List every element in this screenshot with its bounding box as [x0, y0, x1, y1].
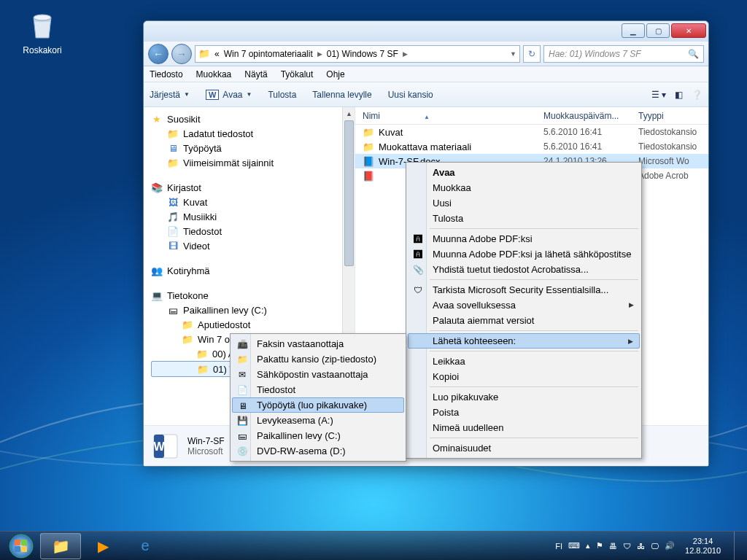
col-modified[interactable]: Muokkauspäiväm... [543, 111, 638, 121]
ctx-item[interactable]: Tulosta [408, 211, 640, 226]
nav-music[interactable]: 🎵Musiikki [151, 209, 355, 224]
toolbar: Järjestä▼ WAvaa▼ Tulosta Tallenna levyll… [144, 82, 708, 107]
ctx-item[interactable]: Muunna Adobe PDF:ksi🅰 [408, 231, 640, 246]
ctx-item[interactable]: Avaa sovelluksessa▶ [408, 298, 640, 313]
tray-flag-icon[interactable]: ⚑ [596, 541, 603, 551]
scroll-thumb[interactable] [344, 120, 354, 266]
nav-aputiedostot[interactable]: 📁Aputiedostot [151, 317, 355, 332]
computer-header[interactable]: 💻Tietokone [151, 288, 355, 303]
menu-tools[interactable]: Työkalut [281, 69, 314, 79]
ctx-item[interactable]: Työpöytä (luo pikakuvake)🖥 [232, 397, 404, 413]
music-icon: 🎵 [167, 211, 179, 222]
breadcrumb-seg1[interactable]: Win 7 opintomateriaalit [224, 49, 313, 59]
tray-lang[interactable]: FI [555, 542, 562, 551]
ctx-item[interactable]: Luo pikakuvake [408, 389, 640, 405]
start-button[interactable] [3, 533, 39, 559]
taskbar-explorer[interactable]: 📁 [40, 533, 81, 559]
nav-videos[interactable]: 🎞Videot [151, 238, 355, 253]
ctx-item[interactable]: Nimeä uudelleen [408, 420, 640, 435]
address-bar[interactable]: 📁 « Win 7 opintomateriaalit ▶ 01) Window… [195, 45, 520, 63]
view-mode-button[interactable]: ☰ ▾ [651, 90, 666, 100]
chevron-right-icon[interactable]: ▶ [403, 50, 408, 58]
ctx-item[interactable]: Pakattu kansio (zip-tiedosto)📁 [232, 351, 404, 367]
ctx-item[interactable]: Leikkaa [408, 354, 640, 369]
back-button[interactable]: ← [148, 44, 169, 64]
maximize-button[interactable]: ▢ [646, 23, 670, 38]
pictures-icon: 🖼 [167, 196, 179, 208]
save-button[interactable]: Tallenna levylle [312, 90, 371, 100]
ctx-item[interactable]: Palauta aiemmat versiot [408, 313, 640, 328]
ctx-item[interactable]: Muokkaa [408, 180, 640, 195]
menu-help[interactable]: Ohje [326, 69, 344, 79]
ctx-item[interactable]: Sähköpostin vastaanottaja✉ [232, 367, 404, 382]
ctx-item[interactable]: Tiedostot📄 [232, 382, 404, 397]
recent-icon: 📁 [167, 157, 179, 168]
titlebar[interactable]: ▁ ▢ ✕ [144, 21, 708, 42]
nav-documents[interactable]: 📄Tiedostot [151, 224, 355, 238]
tray-volume-icon[interactable]: 🔊 [665, 541, 675, 551]
nav-downloads[interactable]: 📁Ladatut tiedostot [151, 126, 355, 141]
show-desktop-button[interactable] [734, 532, 743, 561]
refresh-button[interactable]: ↻ [523, 45, 541, 63]
new-folder-button[interactable]: Uusi kansio [388, 90, 433, 100]
ctx-item[interactable]: Yhdistä tuetut tiedostot Acrobatissa...📎 [408, 262, 640, 277]
scroll-up-icon[interactable]: ▲ [343, 107, 355, 120]
print-button[interactable]: Tulosta [268, 90, 296, 100]
help-button[interactable]: ❔ [692, 90, 703, 100]
documents-icon: 📄 [167, 225, 179, 237]
minimize-button[interactable]: ▁ [622, 23, 645, 38]
breadcrumb-prefix: « [214, 49, 220, 59]
nav-pictures[interactable]: 🖼Kuvat [151, 195, 355, 209]
ctx-item[interactable]: Ominaisuudet [408, 440, 640, 456]
menu-view[interactable]: Näytä [244, 69, 267, 79]
search-input[interactable]: Hae: 01) Windows 7 SF 🔍 [543, 45, 704, 63]
breadcrumb-seg2[interactable]: 01) Windows 7 SF [327, 49, 398, 59]
tray-expand-icon[interactable]: ▴ [586, 541, 590, 551]
favorites-header[interactable]: ★Suosikit [151, 112, 355, 126]
ctx-item[interactable]: Levykeasema (A:)💾 [232, 413, 404, 428]
ctx-item[interactable]: Muunna Adobe PDF:ksi ja lähetä sähköpost… [408, 246, 640, 262]
ctx-item[interactable]: Avaa [408, 165, 640, 180]
menu-file[interactable]: Tiedosto [150, 69, 183, 79]
ctx-item[interactable]: Tarkista Microsoft Security Essentialsil… [408, 282, 640, 298]
ctx-item[interactable]: Poista [408, 405, 640, 420]
ctx-item-icon: 🛡 [411, 284, 425, 297]
col-type[interactable]: Tyyppi [638, 111, 708, 121]
ctx-item[interactable]: Kopioi [408, 369, 640, 384]
nav-desktop[interactable]: 🖥Työpöytä [151, 141, 355, 155]
chevron-right-icon[interactable]: ▶ [317, 50, 322, 58]
libraries-header[interactable]: 📚Kirjastot [151, 180, 355, 195]
forward-button[interactable]: → [171, 44, 192, 64]
tray-display-icon[interactable]: 🖵 [651, 542, 659, 551]
tray-shield-icon[interactable]: 🛡 [623, 542, 631, 551]
open-button[interactable]: WAvaa▼ [206, 90, 252, 100]
file-row[interactable]: 📁Kuvat5.6.2010 16:41Tiedostokansio [355, 125, 708, 139]
ctx-item[interactable]: Uusi [408, 195, 640, 211]
details-title: Win-7-SF [187, 436, 225, 446]
ctx-item[interactable]: Paikallinen levy (C:)🖴 [232, 428, 404, 443]
taskbar-ie[interactable]: e [125, 533, 166, 559]
close-button[interactable]: ✕ [671, 23, 706, 38]
folder-icon: 📁 [167, 128, 179, 139]
desktop-recycle-bin[interactable]: Roskakori [13, 7, 71, 55]
menu-edit[interactable]: Muokkaa [196, 69, 232, 79]
col-name[interactable]: Nimi▲ [363, 111, 543, 121]
organize-button[interactable]: Järjestä▼ [150, 90, 190, 100]
folder-icon: 📁 [196, 348, 208, 359]
tray-network-icon[interactable]: 🖧 [637, 542, 645, 551]
ctx-item[interactable]: Faksin vastaanottaja📠 [232, 336, 404, 351]
nav-recent[interactable]: 📁Viimeisimmät sijainnit [151, 155, 355, 170]
search-icon[interactable]: 🔍 [688, 49, 699, 59]
nav-local-disk[interactable]: 🖴Paikallinen levy (C:) [151, 303, 355, 317]
computer-icon: 💻 [151, 289, 163, 301]
tray-clock[interactable]: 23:1412.8.2010 [681, 537, 725, 556]
taskbar-media-player[interactable]: ▶ [82, 533, 123, 559]
ctx-item[interactable]: DVD-RW-asema (D:)💿 [232, 443, 404, 459]
homegroup-header[interactable]: 👥Kotiryhmä [151, 263, 355, 278]
chevron-down-icon[interactable]: ▼ [510, 50, 516, 58]
ctx-item[interactable]: Lähetä kohteeseen:▶ [408, 333, 640, 349]
tray-keyboard-icon[interactable]: ⌨ [568, 541, 580, 551]
file-row[interactable]: 📁Muokattava materiaali5.6.2010 16:41Tied… [355, 139, 708, 154]
preview-pane-button[interactable]: ◧ [675, 90, 683, 100]
tray-printer-icon[interactable]: 🖶 [609, 542, 617, 551]
